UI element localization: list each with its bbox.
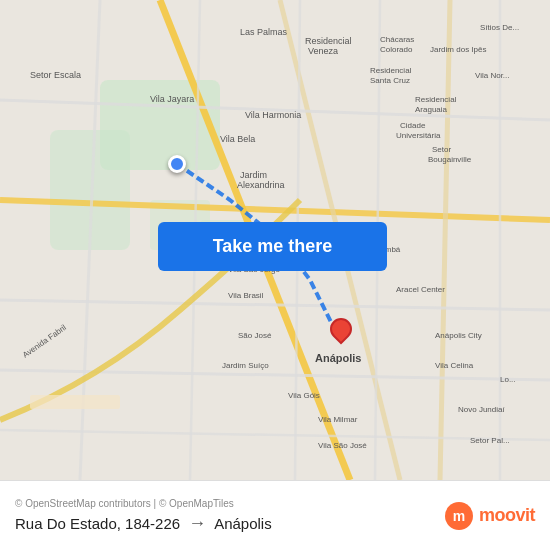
origin-marker <box>168 155 186 173</box>
destination-label: Anápolis <box>214 515 272 532</box>
svg-text:Vila Celina: Vila Celina <box>435 361 474 370</box>
svg-text:Jardim: Jardim <box>240 170 267 180</box>
svg-text:Las Palmas: Las Palmas <box>240 27 288 37</box>
svg-text:Residencial: Residencial <box>415 95 457 104</box>
moovit-text: moovit <box>479 505 535 526</box>
svg-text:Vila São José: Vila São José <box>318 441 367 450</box>
take-me-there-button[interactable]: Take me there <box>158 222 387 271</box>
svg-text:Vila Milmar: Vila Milmar <box>318 415 358 424</box>
svg-text:Vila Harmonia: Vila Harmonia <box>245 110 301 120</box>
svg-text:Santa Cruz: Santa Cruz <box>370 76 410 85</box>
svg-text:Residencial: Residencial <box>305 36 352 46</box>
svg-text:Universitária: Universitária <box>396 131 441 140</box>
svg-text:Vila Bela: Vila Bela <box>220 134 255 144</box>
moovit-icon <box>445 502 473 530</box>
svg-text:Setor Escala: Setor Escala <box>30 70 81 80</box>
origin-label: Rua Do Estado, 184-226 <box>15 515 180 532</box>
route-summary: Rua Do Estado, 184-226 → Anápolis <box>15 513 445 534</box>
svg-text:Anápolis City: Anápolis City <box>435 331 482 340</box>
svg-line-9 <box>0 300 550 310</box>
route-arrow: → <box>188 513 206 534</box>
svg-text:Bougainville: Bougainville <box>428 155 472 164</box>
svg-text:Colorado: Colorado <box>380 45 413 54</box>
svg-text:Vila Brasil: Vila Brasil <box>228 291 264 300</box>
destination-marker <box>330 318 352 348</box>
button-label: Take me there <box>213 236 333 257</box>
svg-text:Vila Jayara: Vila Jayara <box>150 94 194 104</box>
map-container: Las Palmas Residencial Veneza Chácaras C… <box>0 0 550 480</box>
svg-text:Setor: Setor <box>432 145 451 154</box>
svg-text:Residencial: Residencial <box>370 66 412 75</box>
svg-text:Alexandrina: Alexandrina <box>237 180 285 190</box>
svg-text:Avenida Fabril: Avenida Fabril <box>21 323 68 360</box>
footer-info: © OpenStreetMap contributors | © OpenMap… <box>15 498 445 534</box>
svg-rect-17 <box>30 395 120 409</box>
svg-text:Araguaia: Araguaia <box>415 105 448 114</box>
svg-text:Chácaras: Chácaras <box>380 35 414 44</box>
svg-text:Veneza: Veneza <box>308 46 338 56</box>
footer-bar: © OpenStreetMap contributors | © OpenMap… <box>0 480 550 550</box>
svg-text:Vila Nor...: Vila Nor... <box>475 71 510 80</box>
moovit-logo: moovit <box>445 502 535 530</box>
svg-text:São José: São José <box>238 331 272 340</box>
svg-text:Setor Pal...: Setor Pal... <box>470 436 510 445</box>
svg-text:Aracel Center: Aracel Center <box>396 285 445 294</box>
svg-line-7 <box>440 0 450 480</box>
svg-text:Anápolis: Anápolis <box>315 352 361 364</box>
svg-text:Jardim Suíço: Jardim Suíço <box>222 361 269 370</box>
svg-text:Vila Góis: Vila Góis <box>288 391 320 400</box>
map-attribution: © OpenStreetMap contributors | © OpenMap… <box>15 498 445 509</box>
svg-text:Lo...: Lo... <box>500 375 516 384</box>
svg-text:Jardim dos Ipês: Jardim dos Ipês <box>430 45 486 54</box>
svg-text:Sítios De...: Sítios De... <box>480 23 519 32</box>
svg-text:Cidade: Cidade <box>400 121 426 130</box>
svg-text:Novo Jundiaí: Novo Jundiaí <box>458 405 505 414</box>
